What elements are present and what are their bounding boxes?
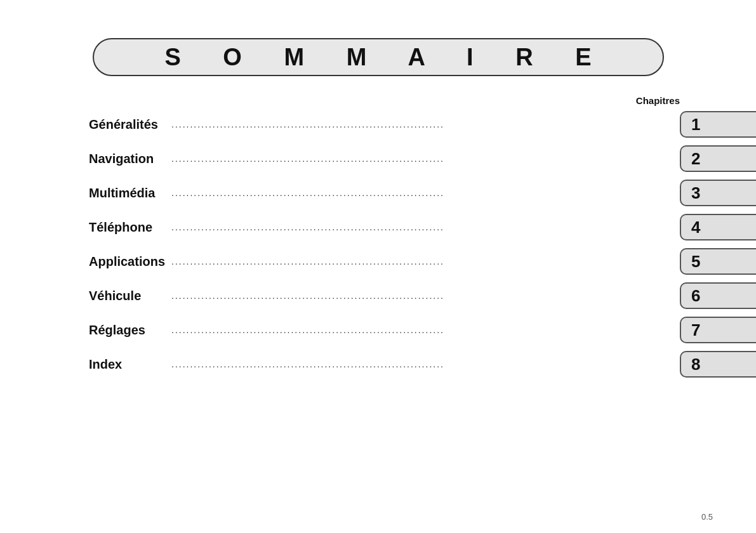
toc-item[interactable]: Généralités.............................…: [38, 111, 718, 138]
toc-label-2: Navigation: [38, 152, 165, 166]
toc-dots-3: ........................................…: [165, 188, 642, 197]
toc-label-3: Multimédia: [38, 186, 165, 201]
toc-label-5: Applications: [38, 254, 165, 269]
toc-dots-7: ........................................…: [165, 326, 642, 334]
toc-item[interactable]: Multimédia..............................…: [38, 180, 718, 206]
toc-label-7: Réglages: [38, 323, 165, 338]
toc-dots-8: ........................................…: [165, 360, 642, 369]
title-bar: S O M M A I R E: [93, 38, 664, 76]
toc-dots-1: ........................................…: [165, 120, 642, 129]
chapitres-label: Chapitres: [38, 95, 680, 106]
toc-item[interactable]: Applications............................…: [38, 248, 718, 275]
toc-label-6: Véhicule: [38, 289, 165, 303]
chapter-tab-7[interactable]: 7: [680, 317, 756, 343]
page-number: 0.5: [701, 512, 713, 522]
toc-item[interactable]: Réglages................................…: [38, 317, 718, 343]
toc-list: Généralités.............................…: [38, 111, 718, 378]
toc-item[interactable]: Téléphone...............................…: [38, 214, 718, 240]
page-container: S O M M A I R E Chapitres Généralités...…: [0, 0, 756, 533]
toc-dots-5: ........................................…: [165, 257, 642, 266]
toc-item[interactable]: Index...................................…: [38, 351, 718, 378]
chapter-tab-8[interactable]: 8: [680, 351, 756, 378]
chapter-tab-6[interactable]: 6: [680, 282, 756, 309]
chapter-tab-1[interactable]: 1: [680, 111, 756, 138]
toc-item[interactable]: Véhicule................................…: [38, 282, 718, 309]
toc-dots-6: ........................................…: [165, 291, 642, 300]
chapter-tab-5[interactable]: 5: [680, 248, 756, 275]
toc-item[interactable]: Navigation..............................…: [38, 145, 718, 172]
toc-label-1: Généralités: [38, 117, 165, 132]
toc-dots-4: ........................................…: [165, 223, 642, 232]
toc-label-4: Téléphone: [38, 220, 165, 235]
chapter-tab-4[interactable]: 4: [680, 214, 756, 240]
toc-label-8: Index: [38, 357, 165, 372]
chapter-tab-2[interactable]: 2: [680, 145, 756, 172]
toc-dots-2: ........................................…: [165, 154, 642, 163]
chapter-tab-3[interactable]: 3: [680, 180, 756, 206]
title-text: S O M M A I R E: [147, 44, 609, 71]
